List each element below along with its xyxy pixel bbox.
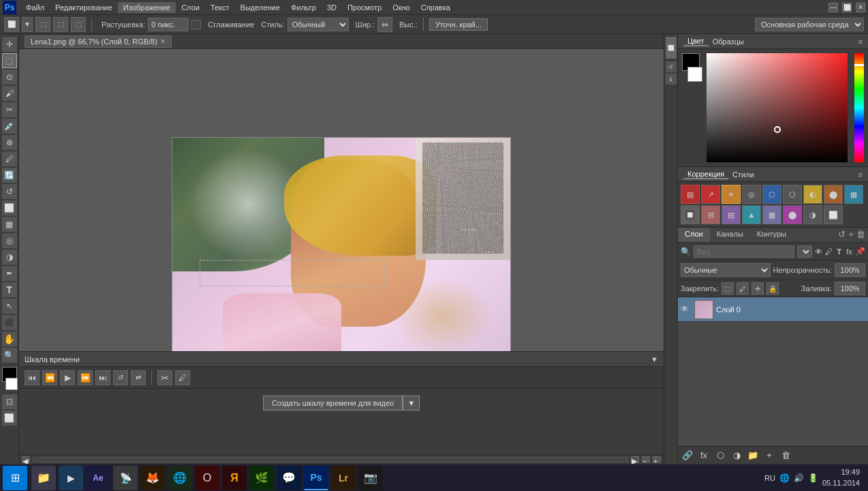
marquee-option4[interactable]: ⬚: [71, 17, 86, 32]
tl-zoom-in[interactable]: +: [653, 456, 661, 463]
taskbar-video[interactable]: 📷: [358, 466, 383, 490]
hue-sat-btn[interactable]: ⬡: [762, 185, 781, 204]
layer-style-btn[interactable]: fx: [697, 449, 711, 462]
menu-edit[interactable]: Редактирование: [50, 2, 118, 13]
tl-prev-frame-btn[interactable]: ⏪: [42, 370, 57, 385]
panel-options-btn[interactable]: ≡: [858, 38, 863, 46]
tl-shuffle-btn[interactable]: ⇄: [131, 370, 146, 385]
menu-select[interactable]: Выделение: [235, 2, 285, 13]
tl-to-end-btn[interactable]: ⏭: [95, 370, 110, 385]
menu-text[interactable]: Текст: [205, 2, 235, 13]
healing-tool[interactable]: ⊕: [2, 135, 17, 150]
gradient-map-btn[interactable]: ▦: [762, 205, 781, 224]
eyedropper-tool[interactable]: 💉: [2, 119, 17, 134]
lang-indicator[interactable]: RU: [764, 474, 775, 482]
taskbar-utorrent[interactable]: 🌿: [249, 466, 274, 490]
marquee-tool-btn[interactable]: ⬜: [4, 17, 19, 32]
path-select-tool[interactable]: ↖: [2, 299, 17, 314]
tl-loop-btn[interactable]: ↺: [113, 370, 128, 385]
history-btn[interactable]: ↺: [666, 61, 677, 72]
color-picker-handle[interactable]: [774, 126, 781, 133]
document-tab[interactable]: Lena1.png @ 66,7% (Слой 0, RGB/8) ✕: [25, 35, 172, 48]
menu-3d[interactable]: 3D: [322, 2, 342, 13]
move-tool[interactable]: ✛: [2, 37, 17, 52]
layers-add-btn[interactable]: +: [848, 229, 854, 241]
hue-slider[interactable]: [854, 53, 864, 162]
tl-play-btn[interactable]: ▶: [60, 370, 75, 385]
brush-tool[interactable]: 🖊: [2, 151, 17, 166]
layer-item[interactable]: 👁 Слой 0: [678, 297, 868, 322]
taskbar-firefox[interactable]: 🦊: [140, 466, 165, 490]
invert-btn[interactable]: ⊟: [701, 205, 720, 224]
tl-scroll-right[interactable]: ▶: [631, 456, 639, 463]
start-button[interactable]: ⊞: [3, 466, 27, 490]
marquee-tool[interactable]: ⬚: [2, 53, 17, 68]
layer-visibility-eye[interactable]: 👁: [681, 304, 692, 315]
correction-options-btn[interactable]: ≡: [858, 170, 863, 179]
tl-cut-btn[interactable]: ✂: [157, 370, 172, 385]
swatches-tab[interactable]: Образцы: [709, 38, 748, 46]
network-icon[interactable]: 🌐: [779, 473, 790, 483]
zoom-tool[interactable]: 🔍: [2, 348, 17, 363]
color-balance-btn[interactable]: ⬡: [783, 185, 802, 204]
clock[interactable]: 19:49 05.11.2014: [822, 467, 860, 488]
menu-help[interactable]: Справка: [416, 2, 456, 13]
threshold-btn[interactable]: ▲: [742, 205, 761, 224]
workspace-select[interactable]: Основная рабочая среда: [755, 18, 864, 31]
speaker-icon[interactable]: 🔊: [794, 473, 804, 483]
taskbar-ps-active[interactable]: Ps: [304, 466, 328, 490]
layer-effect-btn[interactable]: fx: [846, 245, 853, 258]
layer-visibility-btn[interactable]: 👁: [815, 245, 822, 258]
color-sample-btn[interactable]: ⬜: [666, 37, 677, 59]
layer-pin-btn[interactable]: 📌: [856, 245, 865, 258]
marquee-option3[interactable]: ⬚: [53, 17, 68, 32]
lock-pixels-btn[interactable]: 🖊: [737, 282, 749, 295]
menu-filter[interactable]: Фильтр: [285, 2, 322, 13]
selective-color-btn[interactable]: ⬤: [783, 205, 802, 224]
info-btn[interactable]: ℹ: [666, 74, 677, 85]
restore-btn[interactable]: ⬜: [842, 3, 852, 12]
style-select[interactable]: Обычный: [288, 18, 349, 31]
swap-icon[interactable]: ⇔: [377, 17, 392, 32]
taskbar-explorer[interactable]: 📁: [31, 466, 56, 490]
solid-color-btn[interactable]: ⬜: [824, 205, 843, 224]
opacity-input[interactable]: [835, 263, 865, 277]
lasso-tool[interactable]: ⊙: [2, 70, 17, 85]
quick-mask-btn[interactable]: ⊡: [2, 394, 17, 409]
curves-btn[interactable]: ↗: [701, 185, 720, 204]
tl-to-start-btn[interactable]: ⏮: [25, 370, 40, 385]
layer-new-btn[interactable]: +: [762, 449, 776, 462]
eraser-tool[interactable]: ⬜: [2, 200, 17, 215]
lock-all-btn[interactable]: 🔒: [766, 282, 779, 295]
tl-scrollbar-track[interactable]: [33, 457, 628, 462]
layers-refresh-btn[interactable]: ↺: [838, 229, 846, 241]
tl-zoom-out[interactable]: −: [642, 456, 650, 463]
layer-brush-btn[interactable]: 🖊: [825, 245, 833, 258]
history-brush[interactable]: ↺: [2, 184, 17, 199]
create-timeline-btn[interactable]: Создать шкалу времени для видео: [263, 396, 403, 411]
layer-adjustment-btn[interactable]: ◑: [730, 449, 743, 462]
layers-tab-paths[interactable]: Контуры: [750, 228, 793, 242]
correction-tab[interactable]: Коррекция: [683, 170, 728, 179]
styles-tab[interactable]: Стили: [728, 170, 758, 179]
marquee-option1[interactable]: ▼: [22, 17, 33, 32]
close-btn[interactable]: ✕: [856, 3, 865, 12]
tl-draw-btn[interactable]: 🖊: [175, 370, 190, 385]
taskbar-aftereffects[interactable]: Ae: [86, 466, 110, 490]
smooth-checkbox[interactable]: [191, 20, 201, 29]
layers-delete-btn[interactable]: 🗑: [856, 229, 865, 241]
background-color[interactable]: [687, 67, 702, 82]
taskbar-lightroom[interactable]: Lr: [331, 466, 356, 490]
fill-input[interactable]: [835, 282, 865, 295]
menu-view[interactable]: Просмотр: [342, 2, 387, 13]
quick-select-tool[interactable]: 🖌: [2, 86, 17, 101]
menu-window[interactable]: Окно: [387, 2, 416, 13]
clone-tool[interactable]: 🔃: [2, 168, 17, 183]
layer-filter-input[interactable]: [694, 246, 794, 258]
pen-tool[interactable]: ✒: [2, 266, 17, 281]
layer-group-btn[interactable]: 📁: [746, 449, 760, 462]
menu-file[interactable]: Файл: [20, 2, 50, 13]
taskbar-chrome[interactable]: 🌐: [168, 466, 192, 490]
dodge-tool[interactable]: ◑: [2, 250, 17, 265]
crop-tool[interactable]: ✂: [2, 102, 17, 117]
